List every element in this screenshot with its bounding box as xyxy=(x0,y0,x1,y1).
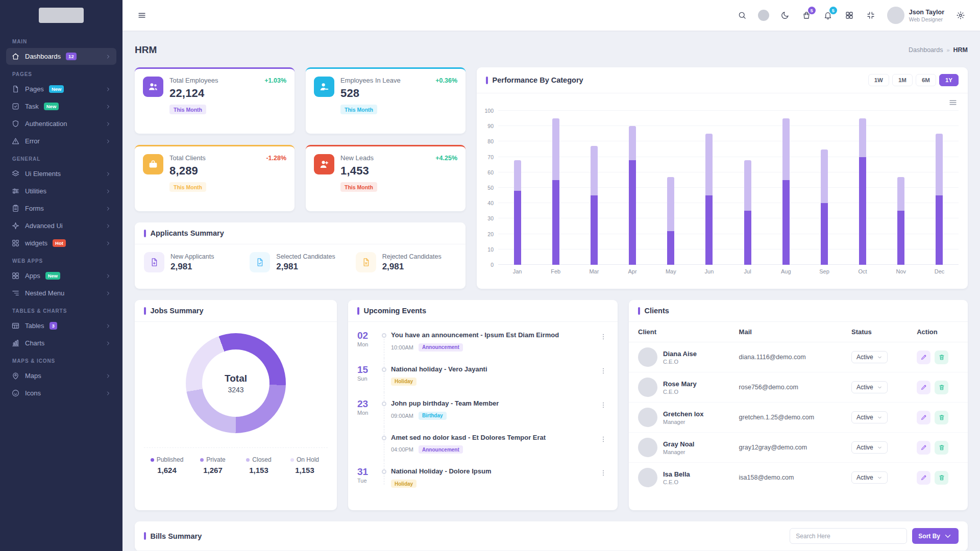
client-status-select[interactable]: Active xyxy=(851,441,888,454)
pages-icon xyxy=(11,85,20,93)
sidebar-item-maps[interactable]: Maps xyxy=(6,367,116,384)
client-status-select[interactable]: Active xyxy=(851,381,888,393)
client-status-select[interactable]: Active xyxy=(851,471,888,484)
sidebar-item-advanced-ui[interactable]: Advanced Ui xyxy=(6,217,116,234)
sidebar-item-dashboards[interactable]: Dashboards12 xyxy=(6,48,116,65)
bar-dec[interactable] xyxy=(920,111,959,265)
event-badge: Holiday xyxy=(391,378,416,386)
sidebar-item-label: Tables xyxy=(25,322,44,330)
settings-button[interactable] xyxy=(951,6,970,24)
user-role: Web Designer xyxy=(909,16,944,22)
applicants-summary-header: Applicants Summary xyxy=(135,222,465,244)
nested-icon xyxy=(11,289,20,297)
client-status-select[interactable]: Active xyxy=(851,351,888,363)
breadcrumb-separator: » xyxy=(946,47,949,53)
bar-sep[interactable] xyxy=(805,111,843,265)
chart-menu-button[interactable] xyxy=(945,97,961,109)
delete-client-button[interactable] xyxy=(935,381,948,394)
event-item: 23MonJohn pup birthday - Team Member09:0… xyxy=(357,392,608,427)
search-button[interactable] xyxy=(733,6,751,24)
bills-summary-card: Bills Summary Sort By xyxy=(135,521,968,551)
client-role: Manager xyxy=(663,419,703,425)
bar-oct[interactable] xyxy=(844,111,882,265)
sidebar-item-icons[interactable]: Icons xyxy=(6,385,116,402)
edit-client-button[interactable] xyxy=(917,471,930,485)
sidebar-item-task[interactable]: TaskNew xyxy=(6,98,116,115)
event-options-button[interactable] xyxy=(598,366,608,378)
y-axis-tick: 90 xyxy=(487,123,494,129)
delete-client-button[interactable] xyxy=(935,441,948,455)
range-button-1m[interactable]: 1M xyxy=(892,74,913,86)
event-options-button[interactable] xyxy=(598,468,608,480)
user-menu[interactable]: Json Taylor Web Designer xyxy=(883,7,948,24)
sidebar-item-charts[interactable]: Charts xyxy=(6,335,116,352)
sidebar-item-utilities[interactable]: Utilities xyxy=(6,183,116,199)
edit-client-button[interactable] xyxy=(917,381,930,394)
bar-jun[interactable] xyxy=(690,111,728,265)
edit-client-button[interactable] xyxy=(917,441,930,455)
sidebar-item-apps[interactable]: AppsNew xyxy=(6,267,116,284)
chevron-down-icon xyxy=(943,532,952,541)
bar-may[interactable] xyxy=(652,111,690,265)
event-content: John pup birthday - Team Member09:00AMBi… xyxy=(391,399,598,420)
sidebar-item-pages[interactable]: PagesNew xyxy=(6,81,116,97)
range-button-1w[interactable]: 1W xyxy=(868,74,889,86)
notifications-button[interactable]: 5 xyxy=(819,6,837,24)
sidebar-item-badge: New xyxy=(45,272,61,280)
chevron-down-icon xyxy=(877,415,883,420)
event-options-button[interactable] xyxy=(598,332,608,343)
upcoming-events-card: Upcoming Events 02MonYou have an announc… xyxy=(348,300,618,510)
event-weekday: Sun xyxy=(357,375,378,382)
task-icon xyxy=(11,102,20,111)
event-badge: Birthday xyxy=(419,412,447,420)
bills-search-input[interactable] xyxy=(790,528,907,544)
bar-jul[interactable] xyxy=(728,111,767,265)
sidebar-item-tables[interactable]: Tables3 xyxy=(6,317,116,334)
delete-client-button[interactable] xyxy=(935,471,948,485)
stat-change: -1.28% xyxy=(266,155,286,162)
delete-client-button[interactable] xyxy=(935,350,948,364)
apps-grid-button[interactable] xyxy=(840,6,859,24)
event-title: National Holiday - Dolore Ipsum xyxy=(391,467,567,477)
fullscreen-button[interactable] xyxy=(862,6,880,24)
event-weekday: Tue xyxy=(357,478,378,484)
app-logo[interactable] xyxy=(0,0,122,31)
applicant-stat-value: 2,981 xyxy=(382,262,442,272)
event-options-button[interactable] xyxy=(598,400,608,412)
sidebar-item-ui-elements[interactable]: Ui Elements xyxy=(6,165,116,182)
bar-apr[interactable] xyxy=(614,111,652,265)
edit-client-button[interactable] xyxy=(917,411,930,424)
cart-button[interactable]: 5 xyxy=(797,6,816,24)
sidebar-item-error[interactable]: Error xyxy=(6,133,116,149)
edit-client-button[interactable] xyxy=(917,350,930,364)
range-button-6m[interactable]: 6M xyxy=(916,74,936,86)
sidebar-item-forms[interactable]: Forms xyxy=(6,200,116,217)
sidebar-item-authentication[interactable]: Authentication xyxy=(6,115,116,132)
bar-mar[interactable] xyxy=(575,111,613,265)
event-options-button[interactable] xyxy=(598,434,608,446)
range-button-1y[interactable]: 1Y xyxy=(939,74,959,86)
sidebar-item-widgets[interactable]: widgetsHot xyxy=(6,235,116,252)
bar-nov[interactable] xyxy=(882,111,920,265)
breadcrumb-dashboards-link[interactable]: Dashboards xyxy=(909,46,943,54)
bar-aug[interactable] xyxy=(767,111,805,265)
language-button[interactable] xyxy=(754,6,773,24)
chevron-right-icon xyxy=(105,373,111,379)
bills-sort-button[interactable]: Sort By xyxy=(912,528,959,544)
sidebar-item-badge: 3 xyxy=(50,322,57,330)
sidebar-toggle-button[interactable] xyxy=(133,6,151,24)
clients-column-mail: Mail xyxy=(730,322,842,342)
sidebar-item-nested-menu[interactable]: Nested Menu xyxy=(6,285,116,302)
delete-client-button[interactable] xyxy=(935,411,948,424)
client-status-select[interactable]: Active xyxy=(851,411,888,423)
bar-jan[interactable] xyxy=(498,111,536,265)
title-accent-bar xyxy=(486,77,488,84)
range-button-group: 1W1M6M1Y xyxy=(868,74,959,86)
timeline-dot-icon xyxy=(382,469,386,474)
event-title: John pup birthday - Team Member xyxy=(391,399,567,409)
fullscreen-icon xyxy=(866,11,875,20)
icons-icon xyxy=(11,389,20,397)
bar-feb[interactable] xyxy=(536,111,575,265)
performance-chart: 0102030405060708090100 xyxy=(483,111,959,265)
dark-mode-button[interactable] xyxy=(776,6,794,24)
